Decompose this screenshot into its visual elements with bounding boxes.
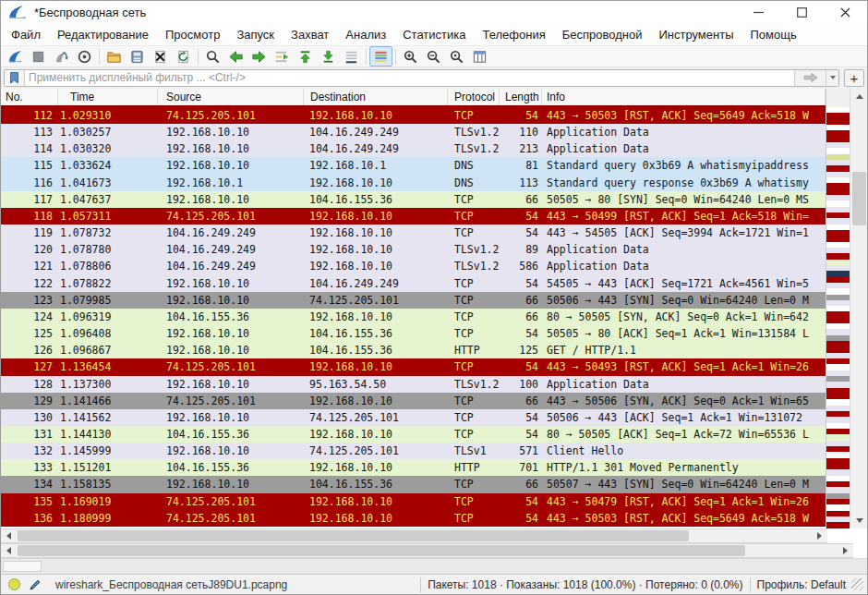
packet-row[interactable]: 1301.141562192.168.10.1074.125.205.101TC… [1,409,826,426]
packet-row[interactable]: 1221.078822192.168.10.10104.16.249.249TC… [1,275,826,292]
packet-row[interactable]: 1211.078806104.16.249.249192.168.10.10TL… [1,258,826,274]
reload-file-button[interactable] [172,46,195,67]
secondary-hscrollbar[interactable] [1,543,853,558]
packet-row[interactable]: 1291.14146674.125.205.101192.168.10.10TC… [1,393,826,409]
vertical-scrollbar[interactable] [850,89,867,528]
packet-row[interactable]: 1261.096867192.168.10.10104.16.155.36HTT… [1,342,826,358]
packet-row[interactable]: 1311.144130104.16.155.36192.168.10.10TCP… [1,426,826,443]
column-header-destination[interactable]: Destination [304,89,448,105]
hscrollbar-thumb[interactable] [18,545,745,556]
go-back-button[interactable] [224,46,247,67]
menu-item-go[interactable]: Запуск [228,25,283,44]
menu-item-edit[interactable]: Редактирование [49,25,157,44]
start-capture-button[interactable] [4,46,27,67]
go-to-packet-button[interactable] [271,46,294,67]
packet-row[interactable]: 1121.02931074.125.205.101192.168.10.10TC… [1,107,826,124]
packet-row[interactable]: 1191.078732104.16.249.249192.168.10.10TC… [1,225,826,241]
maximize-button[interactable] [780,1,824,23]
cell-length: 54 [500,275,542,292]
resize-columns-button[interactable] [468,46,491,67]
display-filter-input[interactable] [25,71,794,85]
stop-capture-button[interactable] [27,46,50,67]
filter-add-button[interactable]: + [844,69,864,87]
menu-item-statistics[interactable]: Статистика [394,25,474,44]
column-header-source[interactable]: Source [158,89,304,105]
restart-capture-button[interactable] [50,46,73,67]
packet-row[interactable]: 1161.041673192.168.10.1192.168.10.10DNS1… [1,175,826,191]
packet-row[interactable]: 1131.030257192.168.10.10104.16.249.249TL… [1,124,826,140]
column-header-protocol[interactable]: Protocol [448,89,500,105]
column-header-no[interactable]: No. [1,89,58,105]
filter-bar: + [1,67,867,89]
packet-row[interactable]: 1351.16901974.125.205.101192.168.10.10TC… [1,493,826,510]
packet-row[interactable]: 1231.079985192.168.10.1074.125.205.101TC… [1,292,826,309]
menu-item-view[interactable]: Просмотр [157,25,228,44]
save-file-button[interactable] [126,46,149,67]
hscroll-left-button[interactable] [1,544,17,557]
column-header-info[interactable]: Info [542,89,826,105]
packet-row[interactable]: 1321.145999192.168.10.1074.125.205.101TL… [1,443,826,459]
vertical-scrollbar-thumb[interactable] [852,172,866,225]
zoom-out-button[interactable] [422,46,445,67]
go-forward-button[interactable] [247,46,271,67]
menu-item-tools[interactable]: Инструменты [650,25,741,44]
open-file-button[interactable] [102,46,126,67]
expert-info-button[interactable] [8,578,20,590]
minimize-button[interactable] [737,1,780,23]
colorize-packets-button[interactable] [369,46,392,67]
capture-comment-button[interactable] [29,578,42,591]
auto-scroll-button[interactable] [340,46,363,67]
intelligent-scrollbar-minimap[interactable] [826,89,850,528]
cell-destination: 192.168.10.10 [304,175,448,191]
zoom-in-button[interactable] [399,46,422,67]
cell-info: Standard query 0x3b69 A whatismyipaddres… [542,157,826,174]
packet-row[interactable]: 1251.096408192.168.10.10104.16.155.36TCP… [1,325,826,342]
menu-item-help[interactable]: Помощь [742,25,805,44]
pane-handle[interactable] [3,561,42,572]
column-header-time[interactable]: Time [58,89,158,105]
cell-info: 443 → 50499 [RST, ACK] Seq=1 Ack=518 Win… [542,208,826,225]
packet-row[interactable]: 1331.151201104.16.155.36192.168.10.10HTT… [1,459,826,476]
scroll-up-button[interactable] [850,89,868,104]
cell-protocol: TLSv1.2 [448,258,500,274]
profile-label[interactable]: Профиль: Default [757,578,847,591]
menu-item-capture[interactable]: Захват [283,25,337,44]
packet-row[interactable]: 1171.047637192.168.10.10104.16.155.36TCP… [1,191,826,208]
packet-row[interactable]: 1181.05731174.125.205.101192.168.10.10TC… [1,208,826,225]
packet-row[interactable]: 1141.030320192.168.10.10104.16.249.249TL… [1,140,826,157]
zoom-original-button[interactable] [445,46,468,67]
hscrollbar-thumb[interactable] [18,530,689,541]
filter-bookmark-button[interactable] [5,70,25,86]
find-packet-button[interactable] [201,46,224,67]
packet-row[interactable]: 1341.158135192.168.10.10104.16.155.36TCP… [1,476,826,492]
cell-length: 100 [500,376,542,393]
hscroll-right-button[interactable] [838,544,853,557]
packet-row[interactable]: 1241.096319104.16.155.36192.168.10.10TCP… [1,309,826,325]
scroll-down-button[interactable] [850,513,868,528]
hscroll-right-button[interactable] [812,529,827,542]
close-file-button[interactable] [149,46,172,67]
menu-item-wireless[interactable]: Беспроводной [554,25,651,44]
go-first-packet-button[interactable] [294,46,317,67]
go-last-packet-button[interactable] [317,46,340,67]
column-header-length[interactable]: Length [500,89,542,105]
filter-apply-button[interactable] [794,70,826,86]
packet-row[interactable]: 1151.033624192.168.10.10192.168.10.1DNS8… [1,157,826,174]
resize-grip[interactable] [851,578,863,590]
packet-row[interactable]: 1201.078780104.16.249.249192.168.10.10TL… [1,241,826,258]
menu-item-telephony[interactable]: Телефония [474,25,553,44]
close-button[interactable] [824,1,867,23]
packet-row[interactable]: 1271.13645474.125.205.101192.168.10.10TC… [1,358,826,375]
packet-row[interactable]: 1281.137300192.168.10.1095.163.54.50TLSv… [1,376,826,393]
hscroll-left-button[interactable] [1,529,17,542]
cell-time: 1.158135 [58,476,158,492]
menu-item-analyze[interactable]: Анализ [337,25,394,44]
packet-row[interactable]: 1361.18099974.125.205.101192.168.10.10TC… [1,510,826,527]
menu-item-file[interactable]: Файл [3,25,49,44]
cell-protocol: TCP [448,476,500,492]
cell-no: 117 [1,191,58,208]
packet-list-hscrollbar[interactable] [1,528,827,543]
filter-dropdown-button[interactable] [826,70,838,86]
menu-bar: ФайлРедактированиеПросмотрЗапускЗахватАн… [1,23,867,45]
capture-options-button[interactable] [73,46,96,67]
